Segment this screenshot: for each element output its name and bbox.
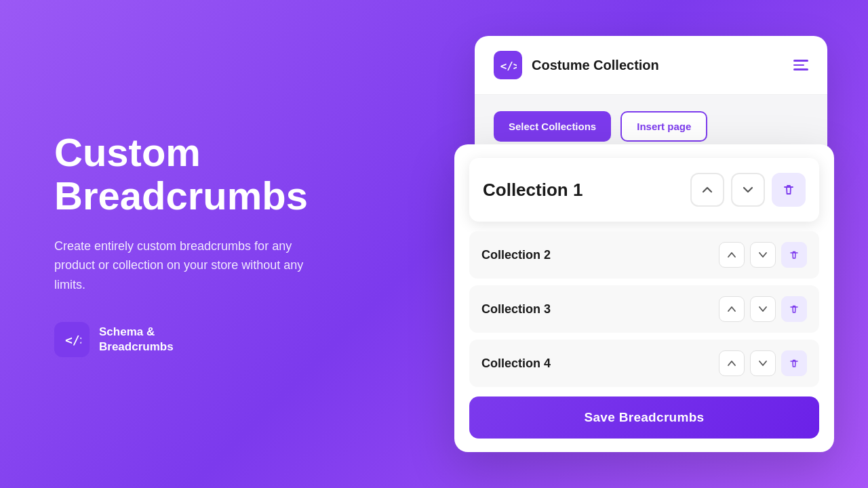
chevron-down-icon — [742, 184, 754, 196]
collection-3-controls — [719, 296, 807, 322]
header-left: </> Costume Collection — [494, 51, 659, 79]
insert-page-button[interactable]: Insert page — [620, 111, 707, 142]
collection-3-up-button[interactable] — [719, 296, 745, 322]
collection-4-up-button[interactable] — [719, 350, 745, 376]
svg-text:</>: </> — [65, 333, 81, 347]
trash-icon — [789, 250, 799, 260]
front-card: Collection 1 — [454, 144, 834, 452]
card-header: </> Costume Collection — [475, 36, 827, 95]
collection-2-up-button[interactable] — [719, 242, 745, 268]
collection-2-down-button[interactable] — [750, 242, 776, 268]
save-breadcrumbs-button[interactable]: Save Breadcrumbs — [469, 396, 819, 439]
collection-3-row: Collection 3 — [469, 285, 819, 333]
collection-3-delete-button[interactable] — [781, 296, 807, 322]
chevron-down-icon — [758, 304, 768, 314]
chevron-up-icon — [727, 359, 736, 368]
main-title: Custom Breadcrumbs — [54, 131, 380, 218]
trash-icon — [783, 184, 795, 196]
trash-icon — [789, 304, 799, 314]
brand-icon: </> — [54, 322, 90, 357]
select-collections-button[interactable]: Select Collections — [494, 111, 611, 142]
collection-1-down-button[interactable] — [731, 173, 765, 207]
hamburger-line-3 — [793, 68, 808, 70]
header-title: Costume Collection — [532, 58, 659, 73]
collection-4-down-button[interactable] — [750, 350, 776, 376]
chevron-up-icon — [701, 184, 713, 196]
collection-2-controls — [719, 242, 807, 268]
chevron-up-icon — [727, 304, 736, 314]
collection-4-row: Collection 4 — [469, 340, 819, 387]
collection-2-name: Collection 2 — [481, 248, 551, 262]
collection-4-name: Collection 4 — [481, 357, 551, 371]
collection-3-name: Collection 3 — [481, 302, 551, 317]
collection-featured-row: Collection 1 — [469, 158, 819, 222]
collection-4-delete-button[interactable] — [781, 350, 807, 376]
hamburger-line-2 — [793, 64, 804, 66]
collection-1-controls — [690, 173, 806, 207]
collection-3-down-button[interactable] — [750, 296, 776, 322]
header-code-icon: </> — [499, 56, 517, 74]
collection-2-row: Collection 2 — [469, 231, 819, 279]
collection-1-up-button[interactable] — [690, 173, 724, 207]
collection-1-delete-button[interactable] — [772, 173, 806, 207]
subtitle-text: Create entirely custom breadcrumbs for a… — [54, 237, 326, 295]
collection-2-delete-button[interactable] — [781, 242, 807, 268]
chevron-down-icon — [758, 359, 768, 368]
chevron-up-icon — [727, 250, 736, 260]
brand-badge: </> Schema &Breadcrumbs — [54, 322, 380, 357]
hamburger-menu-icon[interactable] — [793, 60, 808, 70]
brand-label: Schema &Breadcrumbs — [99, 325, 174, 354]
collection-1-name: Collection 1 — [483, 180, 583, 201]
trash-icon — [789, 359, 799, 368]
chevron-down-icon — [758, 250, 768, 260]
svg-text:</>: </> — [500, 60, 517, 73]
left-panel: Custom Breadcrumbs Create entirely custo… — [54, 131, 380, 357]
collection-4-controls — [719, 350, 807, 376]
code-icon: </> — [62, 330, 81, 349]
hamburger-line-1 — [793, 60, 808, 62]
back-card: </> Costume Collection Select Collection… — [475, 36, 827, 158]
header-icon: </> — [494, 51, 522, 79]
right-panel: </> Costume Collection Select Collection… — [475, 36, 827, 452]
